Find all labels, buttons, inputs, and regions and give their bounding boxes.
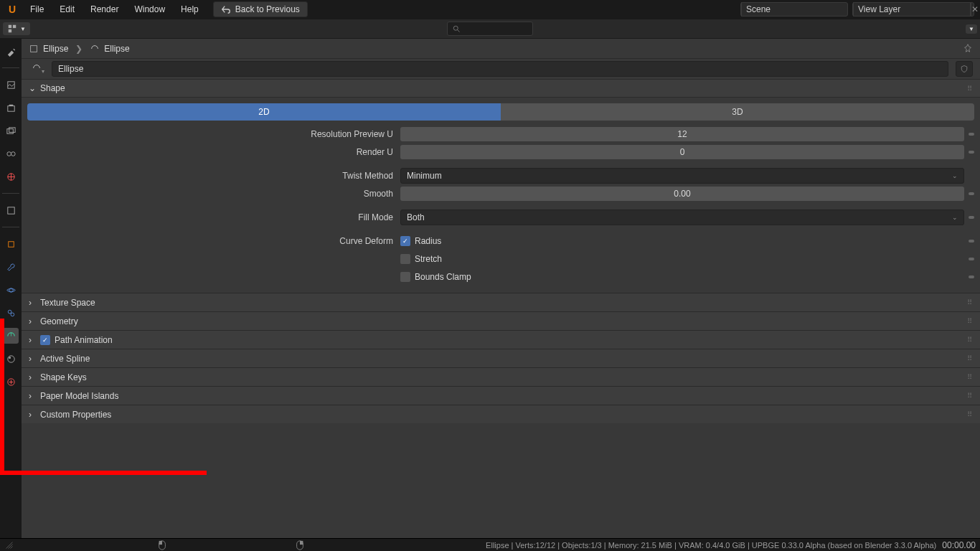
toggle-2d[interactable]: 2D: [27, 103, 501, 121]
svg-rect-32: [300, 540, 303, 544]
menu-window[interactable]: Window: [127, 1, 172, 17]
label-resolution-preview: Resolution Preview U: [27, 129, 400, 139]
panel-title: Geometry: [40, 316, 78, 326]
animate-dot-icon[interactable]: [969, 216, 974, 219]
menu-help[interactable]: Help: [174, 1, 206, 17]
svg-rect-13: [7, 105, 14, 111]
chevron-right-icon: ›: [29, 316, 36, 326]
animate-dot-icon[interactable]: [969, 276, 974, 278]
drag-handle-icon[interactable]: ⠿: [967, 317, 973, 325]
label-radius: Radius: [415, 236, 441, 246]
svg-rect-20: [8, 241, 14, 247]
menu-file[interactable]: File: [23, 1, 51, 17]
mouse-right-icon: [296, 540, 304, 550]
object-icon: [29, 44, 39, 54]
panel-shape-keys[interactable]: ›Shape Keys⠿: [22, 367, 980, 386]
breadcrumb-root[interactable]: Ellipse: [29, 44, 68, 54]
panel-title: Paper Model Islands: [40, 391, 118, 401]
label-fill-mode: Fill Mode: [27, 212, 400, 222]
fake-user-icon[interactable]: [956, 61, 973, 77]
chevron-down-icon: ⌄: [952, 210, 958, 225]
dropdown-twist-method[interactable]: Minimum⌄: [400, 168, 964, 184]
world-tab-icon[interactable]: [3, 169, 19, 184]
animate-dot-icon[interactable]: [969, 240, 974, 242]
breadcrumb-label: Ellipse: [104, 44, 129, 54]
drag-handle-icon[interactable]: ⠿: [967, 298, 973, 306]
back-icon: [221, 4, 231, 14]
status-text: Ellipse | Verts:12/12 | Objects:1/3 | Me…: [486, 541, 936, 550]
field-render-u[interactable]: 0: [400, 145, 964, 159]
scene-selector[interactable]: ✕: [740, 2, 848, 17]
properties-tab-strip: [0, 39, 22, 540]
mouse-left-icon: [158, 540, 166, 550]
field-resolution-preview[interactable]: 12: [400, 127, 964, 141]
panel-paper-model[interactable]: ›Paper Model Islands⠿: [22, 386, 980, 405]
back-label: Back to Previous: [235, 4, 300, 14]
panel-geometry[interactable]: ›Geometry⠿: [22, 311, 980, 330]
svg-rect-30: [159, 540, 162, 544]
animate-dot-icon[interactable]: [969, 151, 974, 154]
animate-dot-icon[interactable]: [969, 192, 974, 195]
animate-dot-icon[interactable]: [969, 258, 974, 260]
drag-handle-icon[interactable]: ⠿: [967, 85, 973, 93]
object-tab-icon[interactable]: [3, 236, 19, 252]
collection-tab-icon[interactable]: [3, 202, 19, 218]
viewlayer-selector[interactable]: ✕: [852, 2, 974, 17]
dropdown-fill-mode[interactable]: Both⌄: [400, 209, 964, 225]
viewlayer-tab-icon[interactable]: [3, 123, 19, 138]
drag-handle-icon[interactable]: ⠿: [967, 392, 973, 400]
mouse-hints: [158, 540, 304, 550]
render-tab-icon[interactable]: [3, 77, 19, 93]
chevron-right-icon: ›: [29, 354, 36, 364]
panel-title: Custom Properties: [40, 410, 111, 420]
back-button[interactable]: Back to Previous: [213, 1, 308, 17]
editor-type-dropdown[interactable]: ▼: [3, 22, 30, 35]
menu-edit[interactable]: Edit: [52, 1, 82, 17]
panel-active-spline[interactable]: ›Active Spline⠿: [22, 349, 980, 367]
breadcrumb-leaf[interactable]: Ellipse: [90, 44, 129, 54]
svg-point-10: [453, 26, 458, 30]
data-name-row: ▾ Ellipse: [22, 59, 980, 79]
svg-point-23: [8, 310, 11, 314]
panel-title: Shape: [40, 83, 65, 93]
modifier-tab-icon[interactable]: [3, 259, 19, 275]
scene-tab-icon[interactable]: [3, 146, 19, 161]
checkbox-path-animation[interactable]: ✓: [40, 335, 50, 345]
scene-name-input[interactable]: [742, 4, 858, 14]
label-render-u: Render U: [27, 147, 400, 157]
physics-tab-icon[interactable]: [3, 282, 19, 298]
breadcrumb-label: Ellipse: [43, 44, 68, 54]
viewlayer-delete-icon[interactable]: ✕: [971, 2, 979, 17]
viewlayer-name-input[interactable]: [854, 4, 970, 14]
corner-drag-icon[interactable]: [4, 541, 14, 550]
panel-title: Texture Space: [40, 298, 95, 308]
panel-texture-space[interactable]: ›Texture Space⠿: [22, 293, 980, 311]
status-time: 00:00.00: [942, 540, 976, 550]
svg-point-24: [11, 313, 14, 316]
drag-handle-icon[interactable]: ⠿: [967, 336, 973, 344]
drag-handle-icon[interactable]: ⠿: [967, 373, 973, 381]
menu-render[interactable]: Render: [83, 1, 126, 17]
data-name-input[interactable]: Ellipse: [52, 61, 948, 77]
output-tab-icon[interactable]: [3, 100, 19, 116]
svg-rect-15: [9, 127, 14, 132]
tool-tab-icon[interactable]: [3, 43, 19, 59]
curve-icon[interactable]: ▾: [29, 63, 47, 75]
svg-point-16: [6, 151, 11, 156]
animate-dot-icon[interactable]: [969, 133, 974, 136]
svg-rect-8: [13, 25, 16, 28]
panel-shape-header[interactable]: ⌄ Shape ⠿: [22, 79, 980, 98]
checkbox-bounds-clamp[interactable]: [400, 272, 410, 282]
panel-title: Path Animation: [55, 335, 113, 345]
drag-handle-icon[interactable]: ⠿: [967, 354, 973, 362]
checkbox-stretch[interactable]: [400, 254, 410, 264]
checkbox-radius[interactable]: ✓: [400, 236, 410, 246]
search-box[interactable]: [447, 22, 533, 36]
field-smooth[interactable]: 0.00: [400, 187, 964, 201]
pin-icon[interactable]: [963, 43, 973, 55]
toggle-3d[interactable]: 3D: [501, 103, 974, 121]
options-dropdown[interactable]: ▼: [966, 24, 977, 34]
panel-custom-properties[interactable]: ›Custom Properties⠿: [22, 405, 980, 423]
drag-handle-icon[interactable]: ⠿: [967, 410, 973, 418]
panel-path-animation[interactable]: ›✓Path Animation⠿: [22, 330, 980, 349]
